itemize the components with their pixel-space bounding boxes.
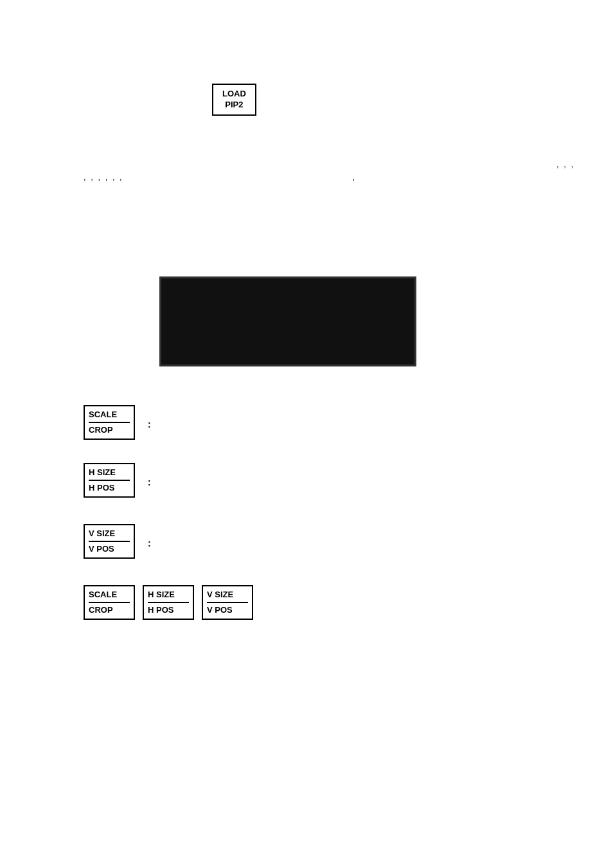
hsize-label-small: H SIZE <box>148 589 189 603</box>
comma-text-left: , , , , , , <box>84 172 123 182</box>
crop-label: CROP <box>89 424 130 436</box>
bottom-button-row: SCALE CROP H SIZE H POS V SIZE V POS <box>84 585 253 620</box>
vpos-label-small: V POS <box>207 604 248 616</box>
comma-text-mid: , <box>352 172 356 182</box>
scale-crop-button-large[interactable]: SCALE CROP <box>84 405 135 440</box>
vsize-vpos-button-small[interactable]: V SIZE V POS <box>202 585 253 620</box>
hsize-hpos-control[interactable]: H SIZE H POS <box>84 463 135 498</box>
preview-display <box>159 276 416 366</box>
load-pip2-area: LOAD PIP2 <box>212 84 256 116</box>
colon-2: : <box>148 477 151 487</box>
scale-label-small: SCALE <box>89 589 130 603</box>
comma-text-right: , , , <box>556 159 574 169</box>
load-pip2-line2: PIP2 <box>222 100 246 111</box>
hpos-label-small: H POS <box>148 604 189 616</box>
vsize-label-small: V SIZE <box>207 589 248 603</box>
scale-crop-control[interactable]: SCALE CROP <box>84 405 135 440</box>
load-pip2-line1: LOAD <box>222 89 246 100</box>
load-pip2-button[interactable]: LOAD PIP2 <box>212 84 256 116</box>
crop-label-small: CROP <box>89 604 130 616</box>
page-container: LOAD PIP2 , , , , , , , , , , SCALE CROP… <box>0 0 613 868</box>
hpos-label: H POS <box>89 482 130 494</box>
hsize-label: H SIZE <box>89 467 130 481</box>
vsize-label: V SIZE <box>89 528 130 542</box>
vsize-vpos-control[interactable]: V SIZE V POS <box>84 524 135 559</box>
colon-1: : <box>148 419 151 429</box>
scale-crop-button-small[interactable]: SCALE CROP <box>84 585 135 620</box>
vpos-label: V POS <box>89 543 130 555</box>
hsize-hpos-button-small[interactable]: H SIZE H POS <box>143 585 194 620</box>
vsize-vpos-button-large[interactable]: V SIZE V POS <box>84 524 135 559</box>
hsize-hpos-button-large[interactable]: H SIZE H POS <box>84 463 135 498</box>
colon-3: : <box>148 538 151 548</box>
scale-label: SCALE <box>89 409 130 423</box>
